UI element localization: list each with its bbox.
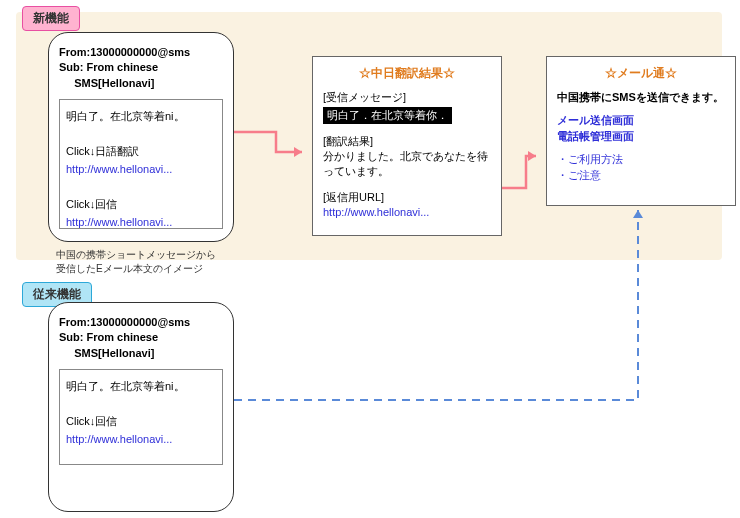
arrow-trans-to-mail	[502, 150, 546, 194]
email-from-old: From:13000000000@sms	[59, 315, 223, 330]
arrow-phone-to-trans	[234, 130, 312, 164]
link-caution[interactable]: ・ご注意	[557, 168, 725, 183]
link-send-mail[interactable]: メール送信画面	[557, 113, 725, 128]
action-reply-old: Click↓回信	[66, 413, 216, 431]
sms-body-old: 明白了。在北京等着ni。	[66, 378, 216, 396]
sms-body: 明白了。在北京等着ni。	[66, 108, 216, 126]
phone-screen-new: 明白了。在北京等着ni。 Click↓日語翻訳 http://www.hello…	[59, 99, 223, 229]
link-addressbook[interactable]: 電話帳管理画面	[557, 129, 725, 144]
reply-url-label: [返信用URL]	[323, 190, 491, 205]
email-subject: Sub: From chinese SMS[Hellonavi]	[59, 60, 223, 91]
link-usage[interactable]: ・ご利用方法	[557, 152, 725, 167]
tag-new-feature: 新機能	[22, 6, 80, 31]
mail-desc: 中国携帯にSMSを送信できます。	[557, 90, 725, 105]
reply-link-old[interactable]: http://www.hellonavi...	[66, 431, 216, 449]
action-translate: Click↓日語翻訳	[66, 143, 216, 161]
action-reply: Click↓回信	[66, 196, 216, 214]
result-text: 分かりました。北京であなたを待っています。	[323, 149, 491, 180]
mail-title: ☆メール通☆	[557, 65, 725, 82]
trans-title: ☆中日翻訳結果☆	[323, 65, 491, 82]
arrow-dashed-old	[234, 206, 654, 406]
mail-tsu-box: ☆メール通☆ 中国携帯にSMSを送信できます。 メール送信画面 電話帳管理画面 …	[546, 56, 736, 206]
phone-screen-old: 明白了。在北京等着ni。 Click↓回信 http://www.hellona…	[59, 369, 223, 465]
phone-mockup-old: From:13000000000@sms Sub: From chinese S…	[48, 302, 234, 512]
email-subject-old: Sub: From chinese SMS[Hellonavi]	[59, 330, 223, 361]
caption-new: 中国の携帯ショートメッセージから 受信したEメール本文のイメージ	[56, 248, 216, 276]
translate-link[interactable]: http://www.hellonavi...	[66, 161, 216, 179]
received-text: 明白了．在北京等着你．	[323, 107, 452, 124]
reply-link[interactable]: http://www.hellonavi...	[66, 214, 216, 229]
email-from: From:13000000000@sms	[59, 45, 223, 60]
result-label: [翻訳結果]	[323, 134, 491, 149]
received-label: [受信メッセージ]	[323, 90, 491, 105]
phone-mockup-new: From:13000000000@sms Sub: From chinese S…	[48, 32, 234, 242]
